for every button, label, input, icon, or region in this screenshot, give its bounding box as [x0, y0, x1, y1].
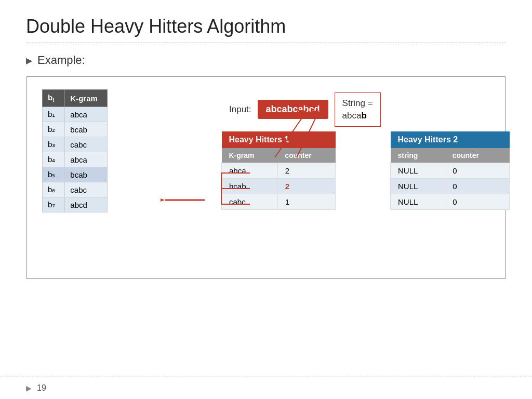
input-label: Input: — [229, 104, 251, 115]
kgram-cell: bcab — [65, 122, 108, 137]
hh1-counter-cell: 1 — [277, 194, 335, 210]
hh1-col1-header: K-gram — [222, 148, 278, 163]
string-label: String = — [342, 98, 373, 108]
title-divider — [26, 43, 506, 43]
page-number: 19 — [37, 383, 46, 393]
col-kgram-header: K-gram — [65, 90, 108, 107]
hh1-counter-cell: 2 — [277, 179, 335, 194]
hh2-title: Heavy Hitters 2 — [391, 131, 510, 148]
bi-cell: b₃ — [43, 137, 65, 152]
table-row: b₆cabc — [43, 182, 108, 197]
bullet-text: Example: — [37, 54, 85, 67]
kgram-cell: cabc — [65, 182, 108, 197]
hh2-string-cell: NULL — [391, 194, 445, 210]
hh1-counter-cell: 2 — [277, 163, 335, 179]
bi-cell: b₅ — [43, 167, 65, 182]
kgram-cell: abcd — [65, 197, 108, 212]
hh1-col2-header: counter — [277, 148, 335, 163]
kgram-cell: cabc — [65, 137, 108, 152]
hh2-col2-header: counter — [445, 148, 510, 163]
hh2-counter-cell: 0 — [445, 163, 510, 179]
col-bi-header: bi — [43, 90, 65, 107]
table-row: b₄abca — [43, 152, 108, 167]
footer-arrow-icon: ▶ — [26, 384, 32, 392]
hh2-counter-cell: 0 — [445, 179, 510, 194]
string-box: String = abcab — [335, 92, 381, 127]
table-row: abca2 — [222, 163, 336, 179]
b5-arrow — [161, 194, 207, 208]
table-row: bcab2 — [222, 179, 336, 194]
bi-cell: b₇ — [43, 197, 65, 212]
string-plain: abca — [342, 111, 362, 121]
table-row: NULL0 — [391, 179, 510, 194]
bullet-section: ▶ Example: — [0, 54, 532, 67]
bi-kgram-table: bi K-gram b₁abcab₂bcabb₃cabcb₄abcab₅bcab… — [42, 89, 108, 212]
table-row: b₂bcab — [43, 122, 108, 137]
page-title: Double Heavy Hitters Algorithm — [0, 0, 532, 43]
table-row: b₃cabc — [43, 137, 108, 152]
table-row: b₇abcd — [43, 197, 108, 212]
string-bold: b — [361, 111, 366, 121]
table-row: b₁abca — [43, 107, 108, 122]
bullet-icon: ▶ — [26, 56, 32, 65]
input-area: Input: abcabcabcd String = abcab — [229, 92, 381, 127]
table-row: b₅bcab — [43, 167, 108, 182]
hh2-string-cell: NULL — [391, 163, 445, 179]
hh2-col1-header: string — [391, 148, 445, 163]
bi-cell: b₁ — [43, 107, 65, 122]
bi-cell: b₂ — [43, 122, 65, 137]
input-value: abcabcabcd — [258, 100, 328, 119]
kgram-cell: bcab — [65, 167, 108, 182]
main-box: bi K-gram b₁abcab₂bcabb₃cabcb₄abcab₅bcab… — [26, 76, 506, 279]
table-row: NULL0 — [391, 194, 510, 210]
bi-cell: b₆ — [43, 182, 65, 197]
kgram-cell: abca — [65, 107, 108, 122]
hh2-string-cell: NULL — [391, 179, 445, 194]
hh2-counter-cell: 0 — [445, 194, 510, 210]
hh1-title: Heavy Hitters 1 — [222, 131, 336, 148]
hh1-kgram-cell: cabc — [222, 194, 278, 210]
table-row: cabc1 — [222, 194, 336, 210]
hh2-table: Heavy Hitters 2 string counter NULL0NULL… — [390, 131, 510, 210]
table-row: NULL0 — [391, 163, 510, 179]
hh1-kgram-cell: bcab — [222, 179, 278, 194]
hh1-kgram-cell: abca — [222, 163, 278, 179]
footer: ▶ 19 — [0, 377, 532, 399]
bi-cell: b₄ — [43, 152, 65, 167]
hh1-table: Heavy Hitters 1 K-gram counter abca2bcab… — [221, 131, 336, 210]
kgram-cell: abca — [65, 152, 108, 167]
